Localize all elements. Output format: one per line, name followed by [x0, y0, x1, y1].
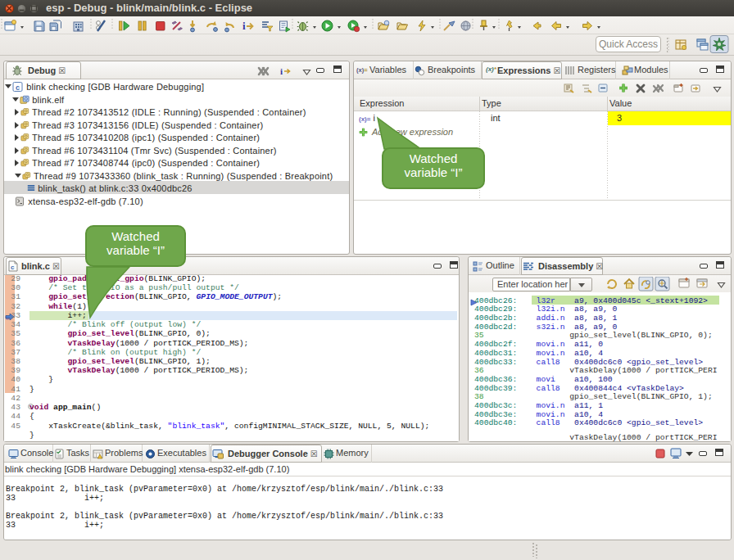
- svg-text:c: c: [11, 264, 15, 271]
- svg-text:i: i: [280, 66, 283, 76]
- svg-text:c: c: [16, 84, 20, 92]
- svg-text:i: i: [242, 20, 246, 32]
